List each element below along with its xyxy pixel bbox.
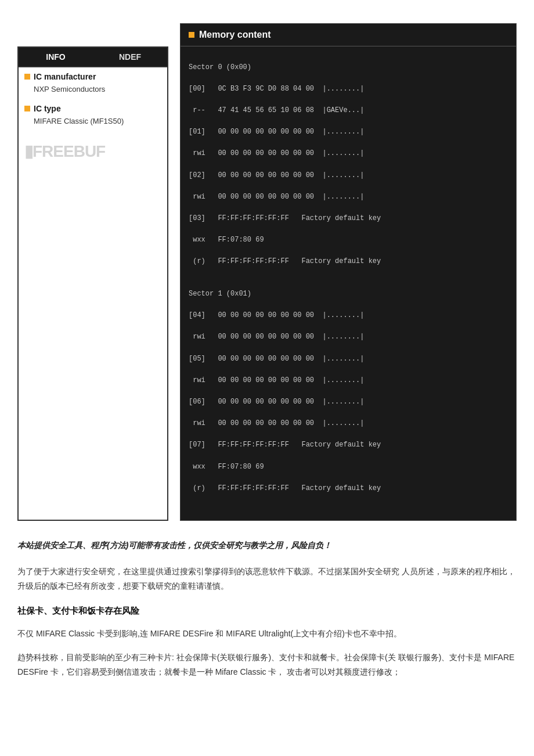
logo-icon: ▮ xyxy=(24,142,33,161)
manufacturer-bullet xyxy=(24,74,30,80)
paragraph-2: 不仅 MIFARE Classic 卡受到影响,连 MIFARE DESFire… xyxy=(17,627,517,641)
paragraph-3: 趋势科技称，目前受影响的至少有三种卡片: 社会保障卡(关联银行服务)、支付卡和就… xyxy=(17,650,517,679)
tab-row: INFO NDEF xyxy=(19,48,167,67)
ic-type-bullet xyxy=(24,106,30,111)
memory-content-body: Sector 0 (0x00) [00] 0C B3 F3 9C D0 88 0… xyxy=(181,46,516,520)
ic-type-section-label: IC type xyxy=(19,99,167,116)
logo-area: ▮ FREEBUF xyxy=(19,131,167,169)
logo-text: FREEBUF xyxy=(33,142,105,161)
heading-1: 社保卡、支付卡和饭卡存在风险 xyxy=(17,603,517,618)
memory-panel: Memory content Sector 0 (0x00) [00] 0C B… xyxy=(180,23,517,521)
manufacturer-value: NXP Semiconductors xyxy=(19,84,167,99)
warning-text: 本站提供安全工具、程序(方法)可能带有攻击性，仅供安全研究与教学之用，风险自负！ xyxy=(17,538,517,553)
main-container: INFO NDEF IC manufacturer NXP Semiconduc… xyxy=(17,23,517,521)
text-section: 本站提供安全工具、程序(方法)可能带有攻击性，仅供安全研究与教学之用，风险自负！… xyxy=(17,538,517,680)
memory-title-bullet xyxy=(189,32,194,38)
ic-type-value: MIFARE Classic (MF1S50) xyxy=(19,116,167,131)
paragraph-1: 为了便于大家进行安全研究，在这里提供通过搜索引擎摎得到的该恶意软件下载源。不过据… xyxy=(17,564,517,593)
tab-info[interactable]: INFO xyxy=(19,48,93,66)
manufacturer-section-label: IC manufacturer xyxy=(19,67,167,84)
left-panel: INFO NDEF IC manufacturer NXP Semiconduc… xyxy=(17,46,168,521)
memory-title: Memory content xyxy=(181,24,516,46)
tab-ndef[interactable]: NDEF xyxy=(93,48,167,66)
